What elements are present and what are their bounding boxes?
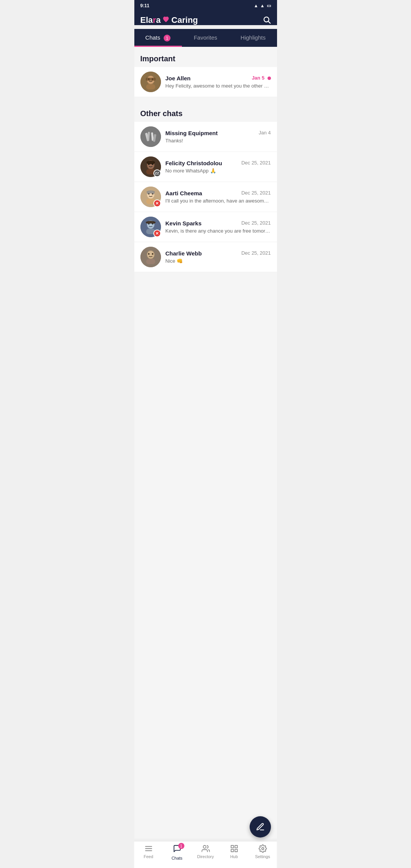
unread-indicator [268, 77, 271, 80]
nav-item-settings[interactable]: Settings [249, 844, 277, 860]
content-area: Important [134, 47, 277, 839]
avatar-status-busy: ✕ [153, 230, 161, 237]
svg-point-46 [261, 847, 264, 850]
avatar-container [140, 126, 161, 147]
chat-preview: Hey Felicity, awesome to meet you the ot… [166, 83, 271, 89]
tabs-container: Chats 1 Favorites Highlights [134, 29, 277, 47]
status-bar: 9:11 ▲ ▲ ▭ [134, 0, 277, 11]
other-chats-section: Other chats Missing Equipment Jan [134, 102, 277, 272]
chats-badge: 1 [164, 35, 170, 41]
status-icons: ▲ ▲ ▭ [254, 3, 271, 8]
avatar [140, 126, 161, 147]
svg-point-37 [152, 253, 153, 255]
chat-item-missing-equipment[interactable]: Missing Equipment Jan 4 Thanks! [134, 122, 277, 152]
chat-preview: Thanks! [166, 138, 271, 144]
chat-info: Missing Equipment Jan 4 Thanks! [166, 130, 271, 144]
compose-fab[interactable] [250, 816, 271, 838]
chat-time: Dec 25, 2021 [241, 190, 271, 196]
nav-item-chats[interactable]: 1 Chats [163, 844, 191, 860]
chat-time: Jan 5 [252, 75, 271, 81]
chat-time: Dec 25, 2021 [241, 250, 271, 256]
chat-info: Joe Allen Jan 5 Hey Felicity, awesome to… [166, 75, 271, 89]
svg-line-1 [268, 21, 270, 23]
chat-item-charlie-webb[interactable]: Charlie Webb Dec 25, 2021 Nice 👊 [134, 242, 277, 272]
chat-info: Felicity Christodolou Dec 25, 2021 No mo… [166, 160, 271, 174]
svg-point-41 [203, 846, 206, 848]
important-section: Important [134, 47, 277, 97]
nav-item-directory[interactable]: Directory [191, 844, 220, 860]
svg-point-36 [148, 253, 150, 255]
chat-info: Charlie Webb Dec 25, 2021 Nice 👊 [166, 250, 271, 264]
svg-rect-42 [231, 846, 233, 848]
other-chats-header: Other chats [134, 102, 277, 122]
battery-icon: ▭ [267, 3, 271, 8]
chat-item-kevin-sparks[interactable]: ✕ Kevin Sparks Dec 25, 2021 Kevin, is th… [134, 212, 277, 242]
nav-hub-label: Hub [230, 854, 238, 859]
chat-name: Felicity Christodolou [166, 160, 222, 166]
chat-time: Dec 25, 2021 [241, 160, 271, 166]
chat-name: Aarti Cheema [166, 190, 202, 196]
avatar-container [140, 72, 161, 92]
search-button[interactable] [263, 16, 271, 25]
tab-favorites[interactable]: Favorites [182, 29, 229, 47]
chat-info: Aarti Cheema Dec 25, 2021 I'll call you … [166, 190, 271, 204]
svg-rect-35 [146, 259, 155, 264]
important-header: Important [134, 47, 277, 67]
chat-preview: I'll call you in the afternoon, have an … [166, 198, 271, 204]
svg-rect-43 [235, 846, 237, 848]
svg-point-9 [140, 126, 161, 147]
avatar-status-dnd: ZZ [153, 169, 161, 177]
chat-preview: Kevin, is there any chance you are free … [166, 228, 271, 234]
avatar-status-busy: ✕ [153, 199, 161, 207]
bottom-nav: Feed 1 Chats Directory Hub [134, 841, 277, 868]
svg-rect-8 [146, 78, 156, 81]
svg-rect-5 [146, 84, 155, 89]
chat-name: Kevin Sparks [166, 220, 202, 227]
chat-time: Dec 25, 2021 [241, 220, 271, 226]
app-logo: Elara Caring [140, 15, 198, 25]
chat-name: Charlie Webb [166, 250, 202, 257]
avatar-container: ZZ [140, 156, 161, 177]
nav-settings-label: Settings [255, 854, 270, 859]
chat-preview: No more WhatsApp 🙏 [166, 168, 271, 174]
nav-feed-label: Feed [143, 854, 153, 859]
nav-item-hub[interactable]: Hub [220, 844, 249, 860]
nav-item-feed[interactable]: Feed [134, 844, 163, 860]
nav-directory-label: Directory [197, 854, 214, 859]
chat-item-joe-allen[interactable]: Joe Allen Jan 5 Hey Felicity, awesome to… [134, 67, 277, 97]
chat-item-felicity-christodolou[interactable]: ZZ Felicity Christodolou Dec 25, 2021 No… [134, 152, 277, 182]
avatar-container: ✕ [140, 187, 161, 207]
chat-item-aarti-cheema[interactable]: ✕ Aarti Cheema Dec 25, 2021 I'll call yo… [134, 182, 277, 212]
svg-point-34 [148, 251, 154, 258]
chat-name: Missing Equipment [166, 130, 218, 136]
chat-name: Joe Allen [166, 75, 191, 81]
tab-highlights[interactable]: Highlights [229, 29, 277, 47]
svg-rect-44 [231, 849, 233, 852]
avatar-container [140, 247, 161, 267]
avatar [140, 72, 161, 92]
app-header: Elara Caring [134, 11, 277, 25]
wifi-icon: ▲ [254, 3, 258, 8]
avatar [140, 247, 161, 267]
tab-chats[interactable]: Chats 1 [134, 29, 182, 47]
nav-chats-label: Chats [172, 856, 183, 860]
avatar-container: ✕ [140, 217, 161, 237]
svg-rect-45 [235, 849, 237, 852]
chat-time: Jan 4 [259, 130, 271, 136]
chat-info: Kevin Sparks Dec 25, 2021 Kevin, is ther… [166, 220, 271, 234]
signal-icon: ▲ [260, 3, 265, 8]
status-time: 9:11 [140, 3, 150, 8]
nav-chats-badge: 1 [178, 843, 184, 849]
chat-preview: Nice 👊 [166, 258, 271, 264]
